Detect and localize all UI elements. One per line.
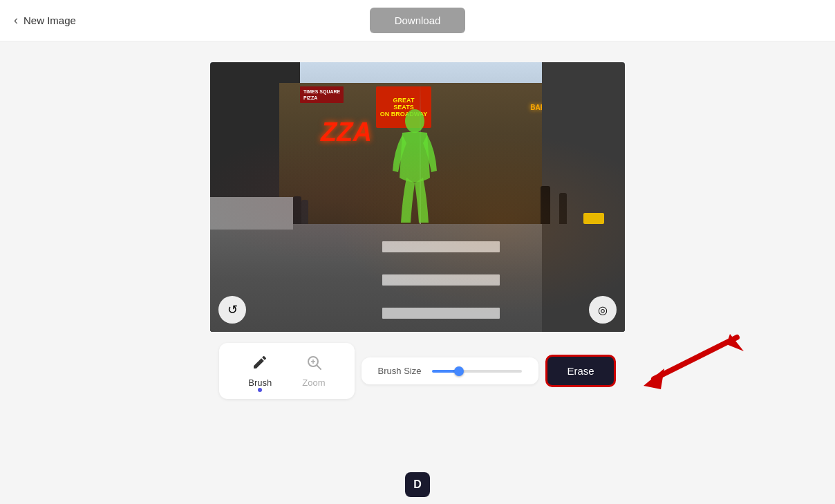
brush-size-label: Brush Size xyxy=(378,366,422,376)
person-dark-2 xyxy=(301,200,308,224)
svg-point-0 xyxy=(405,109,424,133)
eye-button[interactable]: ◎ xyxy=(589,296,617,324)
undo-button[interactable]: ↺ xyxy=(218,296,246,324)
zoom-tool[interactable]: Zoom xyxy=(294,351,333,391)
d-key-label: D xyxy=(413,478,422,491)
pizza-neon: ZZA xyxy=(321,118,372,147)
tool-group: Brush Zoom xyxy=(219,343,354,399)
image-container[interactable]: TIMES SQUAREPIZZA ZZA BAR GREATSEATSON B… xyxy=(210,62,625,332)
toolbar: Brush Zoom Brush Size xyxy=(219,343,615,399)
undo-icon: ↺ xyxy=(227,302,238,317)
brush-active-dot xyxy=(258,388,262,392)
brush-icon xyxy=(252,354,268,375)
eye-icon: ◎ xyxy=(598,304,608,317)
brush-tool[interactable]: Brush xyxy=(240,351,280,391)
brush-slider[interactable] xyxy=(432,370,522,373)
red-arrow-icon xyxy=(619,330,744,407)
street-scene: TIMES SQUAREPIZZA ZZA BAR GREATSEATSON B… xyxy=(210,62,625,332)
svg-line-2 xyxy=(317,366,321,370)
svg-line-5 xyxy=(654,337,737,379)
back-label: New Image xyxy=(24,15,76,26)
back-arrow-icon: ‹ xyxy=(14,13,18,28)
main-content: TIMES SQUAREPIZZA ZZA BAR GREATSEATSON B… xyxy=(0,41,835,504)
download-button[interactable]: Download xyxy=(370,8,466,33)
zoom-icon xyxy=(306,354,322,375)
person-dark-4 xyxy=(559,193,567,224)
taxi xyxy=(583,213,604,224)
red-arrow-container xyxy=(619,330,744,409)
green-person xyxy=(387,109,442,232)
person-dark-3 xyxy=(541,186,550,224)
d-key: D xyxy=(405,472,430,497)
sidewalk-left xyxy=(210,197,293,230)
times-square-sign: TIMES SQUAREPIZZA xyxy=(300,86,344,103)
back-nav[interactable]: ‹ New Image xyxy=(14,13,76,28)
header: ‹ New Image Download xyxy=(0,0,835,41)
svg-marker-6 xyxy=(644,368,664,389)
brush-thumb xyxy=(454,366,464,376)
zoom-label: Zoom xyxy=(302,377,325,388)
brush-size-group: Brush Size xyxy=(362,357,539,384)
erase-button[interactable]: Erase xyxy=(545,355,615,387)
building-right xyxy=(542,62,625,332)
brush-label: Brush xyxy=(248,377,272,388)
person-dark-1 xyxy=(293,196,301,224)
